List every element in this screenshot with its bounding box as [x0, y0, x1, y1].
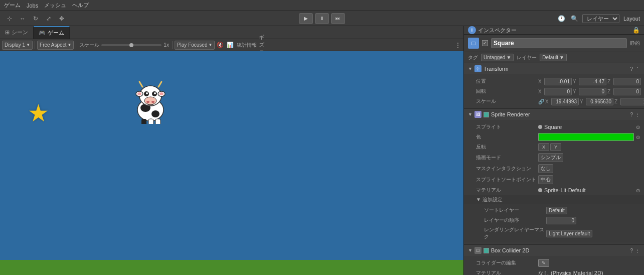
svg-point-16: [151, 101, 154, 103]
sr-checkbox[interactable]: [484, 112, 489, 117]
display-dropdown[interactable]: Display 1 ▼: [2, 41, 33, 50]
color-extra-icon[interactable]: ⊙: [636, 134, 640, 140]
scene-tab-label: シーン: [12, 29, 28, 36]
menu-game[interactable]: ゲーム: [4, 2, 21, 9]
sprite-dot: [538, 125, 542, 129]
toolbar-tool-2[interactable]: ↔: [17, 13, 28, 24]
sort-point-dropdown[interactable]: 中心: [538, 175, 553, 184]
bc-material-row: マテリアル なし (Physics Material 2D): [464, 268, 644, 275]
edit-collider-button[interactable]: ✎: [538, 259, 549, 267]
flip-y[interactable]: Y: [550, 143, 561, 151]
order-layer-input[interactable]: [546, 217, 576, 224]
rot-y-input[interactable]: [579, 88, 606, 95]
additional-settings-header[interactable]: ▼ 追加設定: [464, 195, 644, 204]
pos-x-input[interactable]: [544, 78, 572, 85]
layer-dropdown[interactable]: Default ▼: [540, 54, 567, 61]
play-button[interactable]: ▶: [299, 13, 313, 24]
scale-y-input[interactable]: [586, 98, 613, 105]
play-focused-dropdown[interactable]: Play Focused ▼: [175, 41, 215, 50]
pos-z-input[interactable]: [613, 78, 641, 85]
scale-thumb: [129, 43, 133, 47]
transform-header[interactable]: ▼ ⊹ Transform ? ⋮: [464, 63, 644, 74]
svg-rect-18: [148, 119, 153, 124]
material-row: マテリアル Sprite-Lit-Default ⊙: [464, 185, 644, 195]
sr-settings[interactable]: ⋮: [635, 112, 640, 117]
rotation-label: 回転: [476, 88, 536, 95]
toolbar-tool-5[interactable]: ✥: [56, 13, 67, 24]
pos-y-input[interactable]: [579, 78, 606, 85]
scale-x-input[interactable]: [551, 98, 579, 105]
color-swatch[interactable]: [538, 133, 634, 141]
bc-settings[interactable]: ⋮: [635, 248, 640, 253]
sort-layer-dropdown[interactable]: Default: [546, 207, 567, 214]
mute-icon[interactable]: 🔇: [216, 41, 225, 50]
additional-settings-body: ソートレイヤー Default レイヤーの順序 レンダリングレイヤーマスク: [464, 204, 644, 242]
object-active-checkbox[interactable]: [482, 40, 488, 46]
object-static-label: 静的: [630, 40, 640, 47]
layout-label: Layout: [623, 16, 640, 22]
rendering-layer-dropdown[interactable]: Light Layer default: [546, 230, 592, 237]
flip-x[interactable]: X: [538, 143, 549, 151]
bc-name: Box Collider 2D: [491, 247, 628, 253]
toolbar-tool-1[interactable]: ⊹: [4, 13, 15, 24]
toolbar-right: 🕐 🔍 レイヤー Layout: [556, 13, 640, 24]
material-name: Sprite-Lit-Default: [544, 187, 586, 193]
material-value: Sprite-Lit-Default: [538, 187, 634, 193]
display-arrow: ▼: [26, 43, 30, 47]
scale-z-label: Z: [614, 99, 619, 104]
bc-checkbox[interactable]: [484, 248, 489, 253]
sprite-value: Square: [538, 124, 634, 130]
object-name-input[interactable]: [491, 38, 627, 48]
scale-label: スケール: [476, 98, 536, 105]
step-button[interactable]: ⏭: [331, 13, 345, 24]
object-header: □ 静的: [464, 35, 644, 52]
layer-select[interactable]: レイヤー: [582, 14, 619, 23]
sr-help[interactable]: ?: [630, 112, 633, 117]
inspector-title: インスペクター: [478, 27, 630, 34]
toolbar-center: ▶ ⏸ ⏭: [299, 13, 345, 24]
history-icon[interactable]: 🕐: [556, 13, 567, 24]
drawmode-value: シンプル: [538, 153, 640, 162]
flip-row: 反転 X Y: [464, 142, 644, 152]
sr-body: スプライト Square ⊙ 色 ⊙ 反転: [464, 120, 644, 244]
drawmode-dropdown[interactable]: シンプル: [538, 153, 563, 162]
sprite-select-icon[interactable]: ⊙: [636, 124, 640, 130]
tab-scene[interactable]: ⊞ シーン: [0, 26, 34, 39]
search-icon[interactable]: 🔍: [569, 13, 580, 24]
rot-x-input[interactable]: [544, 88, 572, 95]
tag-dropdown[interactable]: Untagged ▼: [481, 54, 514, 61]
transform-body: 位置 X Y Z 回転 X Y: [464, 74, 644, 108]
toolbar-tool-3[interactable]: ↻: [30, 13, 41, 24]
bc-help[interactable]: ?: [630, 248, 633, 253]
mask-dropdown[interactable]: なし: [538, 164, 553, 173]
scale-y-label: Y: [580, 99, 585, 104]
sprite-label: スプライト: [476, 123, 536, 130]
aspect-dropdown[interactable]: Free Aspect ▼: [37, 41, 74, 50]
tab-game[interactable]: 🎮 ゲーム: [34, 26, 70, 39]
box-collider-header[interactable]: ▼ □ Box Collider 2D ? ⋮: [464, 245, 644, 256]
scale-link-icon[interactable]: 🔗: [538, 99, 544, 104]
bc-body: コライダーの編集 ✎ マテリアル なし (Physics Material 2D…: [464, 256, 644, 275]
inspector-lock-button[interactable]: 🔒: [632, 27, 640, 34]
scale-row: スケール 🔗 X Y Z: [464, 96, 644, 106]
edit-collider-label: コライダーの編集: [476, 259, 536, 266]
menu-jobs[interactable]: Jobs: [27, 3, 38, 9]
svg-line-4: [139, 82, 142, 87]
toolbar-tool-4[interactable]: ⤢: [43, 13, 54, 24]
pause-button[interactable]: ⏸: [315, 13, 329, 24]
transform-settings[interactable]: ⋮: [635, 66, 640, 72]
sort-point-row: スプライトソートポイント 中心: [464, 174, 644, 185]
sprite-renderer-header[interactable]: ▼ 🖼 Sprite Renderer ? ⋮: [464, 109, 644, 120]
more-options[interactable]: ⋮: [454, 41, 461, 49]
scale-z-input[interactable]: [620, 98, 644, 105]
toolbar-left: ⊹ ↔ ↻ ⤢ ✥: [4, 13, 67, 24]
stats-icon[interactable]: 📊: [226, 41, 235, 50]
material-select-icon[interactable]: ⊙: [636, 188, 640, 193]
transform-help[interactable]: ?: [630, 66, 633, 72]
rot-z-input[interactable]: [613, 88, 641, 95]
scale-track[interactable]: [101, 44, 162, 46]
menu-mesh[interactable]: メッシュ: [44, 2, 66, 9]
gizmos-label[interactable]: ギズモ: [259, 41, 268, 50]
menu-help[interactable]: ヘルプ: [72, 2, 89, 9]
separator-3: [172, 41, 173, 49]
